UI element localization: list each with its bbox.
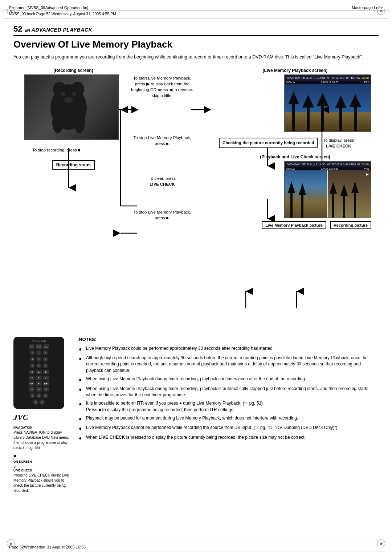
svg-point-18 — [61, 92, 65, 96]
jvc-logo: JVC — [13, 413, 72, 422]
main-content: 52 EN ADVANCED PLAYBACK Overview Of Live… — [3, 19, 389, 501]
remote-btn-nav6[interactable]: ▷ — [43, 376, 49, 380]
svg-marker-24 — [302, 95, 314, 108]
svg-rect-25 — [321, 104, 324, 131]
remote-control: TV □□□ DVD SH ◯◯ ▢▢ 1 2 3 4 — [13, 337, 64, 409]
note-text-8: When LIVE CHECK is pressed to display th… — [86, 434, 306, 441]
dvd-info-1: KOALA EACH 12:34:25 PR1 — [285, 81, 371, 84]
remote-btn-round-3[interactable]: 3 — [43, 350, 48, 355]
corner-mark-tr: ⊕ — [377, 7, 385, 15]
svg-rect-35 — [332, 193, 334, 218]
svg-marker-36 — [330, 182, 337, 194]
intro-text: You can play back a programme you are re… — [13, 54, 379, 61]
remote-btn-nav[interactable]: ◀ — [29, 370, 34, 374]
remote-btn-round-9[interactable]: 9 — [43, 363, 48, 368]
note-text-6: Playback may be paused for a moment duri… — [86, 415, 298, 421]
note-bullet-1: ● — [79, 345, 85, 353]
note-bullet-3: ● — [79, 376, 85, 383]
remote-btn-round-13[interactable]: ◎ — [33, 400, 38, 405]
dvd-screen-img-1 — [285, 84, 371, 131]
remote-area: TV □□□ DVD SH ◯◯ ▢▢ 1 2 3 4 — [13, 337, 72, 493]
dvd-timer-2: 22:00 — [362, 163, 369, 166]
remote-btn-round-1[interactable]: 1 — [30, 350, 35, 355]
remote-btn-e[interactable]: ⊞ — [36, 387, 42, 392]
svg-rect-31 — [290, 192, 293, 218]
recording-screen-label: (Recording screen) — [24, 68, 122, 73]
navigation-section: NAVIGATION Press NAVIGATION to display L… — [13, 426, 72, 450]
svg-marker-34 — [299, 183, 306, 195]
dvd-pr-2: PR1 — [364, 167, 369, 170]
remote-btn-round-11[interactable]: ◎ — [36, 393, 41, 398]
remote-btn-nav4[interactable]: ◁ — [29, 376, 34, 380]
svg-rect-21 — [292, 102, 295, 131]
remote-btn-round-6[interactable]: 6 — [43, 357, 48, 362]
recording-screen-section: (Recording screen) — [24, 68, 122, 170]
dvd-timer-1: 22:00 — [362, 76, 369, 80]
svg-marker-26 — [317, 93, 328, 106]
dvd-format-1: DVD-RAM — [287, 76, 300, 80]
svg-rect-23 — [307, 106, 310, 131]
dvd-each-1: EACH 12:34:25 — [321, 81, 339, 84]
remote-btn-round-4[interactable]: 4 — [30, 357, 35, 362]
chapter-number: 52 — [13, 24, 22, 34]
middle-instructions: To start Live Memory Playback, press ▶ t… — [130, 75, 206, 221]
stop-button-indicator: ■ — [13, 453, 72, 458]
remote-btn-round-7[interactable]: 7 — [30, 363, 35, 368]
remote-btn-round-14[interactable]: ◎ — [40, 400, 45, 405]
bottom-area: TV □□□ DVD SH ◯◯ ▢▢ 1 2 3 4 — [13, 337, 379, 493]
remote-btn-a[interactable]: ◀◀ — [29, 381, 34, 386]
remote-btn-round-8[interactable]: 8 — [36, 363, 41, 368]
note-item-8: ● When LIVE CHECK is pressed to display … — [79, 434, 379, 442]
stop-recording-instruction: To stop recording, press ■. — [24, 147, 122, 153]
remote-btn-3[interactable]: ▢▢ — [43, 344, 49, 349]
playback-live-check-label-container: (Playback and Live Check screen) — [219, 154, 371, 159]
dvd-format-2: DVD-RAM — [287, 163, 300, 166]
live-check-remote-title: LIVE CHECK — [13, 469, 72, 472]
note-text-4: When using Live Memory Playback during t… — [86, 386, 379, 398]
svg-rect-27 — [339, 106, 342, 131]
dvd-xp-1: XP — [326, 76, 330, 80]
instr6-text: To display, press LIVE CHECK — [323, 137, 354, 149]
recording-picture-text: Recording picture — [334, 223, 368, 227]
remote-btn-round-2[interactable]: 2 — [36, 350, 41, 355]
remote-btn-1[interactable]: SH — [29, 344, 34, 349]
checking-box: Checking the picture currently being rec… — [219, 138, 318, 148]
live-memory-playback-picture-box: Live Memory Playback picture — [262, 221, 326, 229]
svg-point-19 — [72, 92, 76, 96]
remote-row-2: 1 2 3 — [16, 350, 61, 355]
sub-metadata: MV5S_00.book Page 52 Wednesday, August 3… — [3, 11, 389, 19]
remote-btn-nav3[interactable]: ▶ — [43, 370, 49, 374]
instr1-text: To start Live Memory Playback, press ▶ t… — [130, 75, 195, 98]
svg-marker-22 — [289, 91, 299, 104]
note-text-3: When using Live Memory Playback during t… — [86, 376, 306, 382]
navigation-label: NAVIGATION — [13, 426, 72, 429]
dvd-each-2: EACH 12:34:25 — [321, 167, 339, 170]
bookinfo: MV5S_00.book Page 52 Wednesday, August 3… — [9, 12, 116, 16]
live-check-remote-desc: Pressing LIVE CHECK during Live Memory P… — [13, 473, 72, 493]
dvd-trees-svg-1 — [285, 84, 371, 131]
remote-btn-nav2[interactable]: ▲ — [36, 370, 42, 374]
remote-btn-2[interactable]: ◯◯ — [36, 344, 42, 349]
note-item-6: ● Playback may be paused for a moment du… — [79, 415, 379, 422]
navigation-desc: Press NAVIGATION to display Library Data… — [13, 430, 72, 450]
recording-picture-box: Recording picture — [330, 221, 371, 229]
remote-btn-d[interactable]: ⊟ — [29, 387, 34, 392]
dvd-title-1: TITLE 9 — [301, 76, 311, 80]
remote-btn-f[interactable]: ⊠ — [43, 387, 49, 392]
svg-marker-40 — [351, 181, 359, 193]
note-bullet-2: ● — [79, 355, 85, 362]
remote-btn-round-5[interactable]: 5 — [36, 357, 41, 362]
play-indicator: ▶ — [366, 172, 369, 176]
remote-btn-b[interactable]: ■ — [36, 381, 42, 386]
remote-btn-round-12[interactable]: ◎ — [43, 393, 48, 398]
checking-area: Checking the picture currently being rec… — [219, 137, 371, 149]
live-memory-screen-label: (Live Memory Playback screen) — [219, 68, 371, 73]
remote-btn-round-10[interactable]: ◎ — [30, 393, 35, 398]
remote-row-5: ◀ ▲ ▶ — [16, 370, 61, 374]
dvd-trees-svg-2 — [285, 170, 371, 218]
remote-btn-c[interactable]: ▶▶ — [43, 381, 49, 386]
remote-btn-nav5[interactable]: ▼ — [36, 376, 42, 380]
note-bullet-8: ● — [79, 434, 85, 442]
note-bullet-5: ● — [79, 400, 85, 408]
svg-rect-29 — [354, 105, 357, 131]
